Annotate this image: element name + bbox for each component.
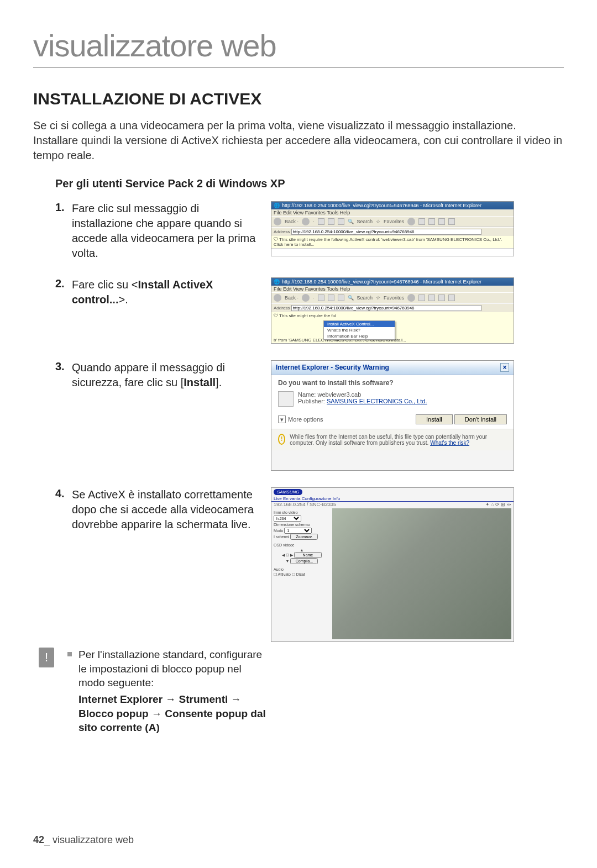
intro-paragraph: Se ci si collega a una videocamera per l… bbox=[33, 118, 564, 163]
back-icon bbox=[274, 218, 281, 225]
step-number: 4. bbox=[55, 487, 72, 500]
ie-menu-bar: File Edit View Favorites Tools Help bbox=[271, 209, 514, 216]
page-footer: 42_ visualizzatore web bbox=[33, 834, 134, 846]
home-icon bbox=[338, 218, 344, 225]
screenshot-security-dialog: Internet Explorer - Security Warning × D… bbox=[271, 360, 514, 471]
live-sidebar: Imm sto video h.264 Dimensione schermo M… bbox=[271, 507, 332, 641]
section-title: INSTALLAZIONE DI ACTIVEX bbox=[33, 90, 564, 108]
mode-select[interactable]: 1 bbox=[284, 528, 312, 534]
ie-address-bar: Address bbox=[271, 227, 514, 236]
fwd-icon bbox=[302, 218, 310, 225]
ie-toolbar: Back · · 🔍Search ☆Favorites bbox=[271, 216, 514, 227]
dialog-question: Do you want to install this software? bbox=[278, 379, 507, 387]
subheading: Per gli utenti Service Pack 2 di Windows… bbox=[55, 177, 564, 190]
step-text: Quando appare il messaggio di sicurezza,… bbox=[72, 360, 271, 390]
software-name: webviewer3.cab bbox=[317, 391, 361, 398]
live-view-menu: Live En vanta Configurazione Info bbox=[271, 496, 514, 502]
note-text: Per l'installazione standard, configurar… bbox=[78, 648, 266, 735]
refresh-icon bbox=[328, 218, 334, 225]
mail-icon bbox=[418, 218, 425, 225]
more-options-toggle[interactable]: ▾ bbox=[278, 415, 286, 423]
video-area bbox=[332, 508, 511, 639]
note-icon: ! bbox=[39, 648, 54, 667]
ie-titlebar: 🌐http://192.168.0.254:10000/live_view.cg… bbox=[271, 202, 514, 209]
close-icon[interactable]: × bbox=[500, 363, 509, 372]
step-1: 1. Fare clic sul messaggio di installazi… bbox=[55, 201, 564, 261]
screenshot-live-view: SAMSUNG Live En vanta Configurazione Inf… bbox=[271, 487, 514, 642]
ie-information-bar[interactable]: 🛡 This site might require the following … bbox=[271, 236, 514, 249]
name-button[interactable]: Name bbox=[294, 552, 322, 558]
menu-infobar-help[interactable]: Information Bar Help bbox=[324, 333, 395, 339]
address-input[interactable] bbox=[291, 229, 481, 235]
warning-icon: ! bbox=[278, 434, 285, 445]
step-number: 1. bbox=[55, 201, 72, 214]
dont-install-button[interactable]: Don't Install bbox=[454, 414, 507, 424]
more-options-label[interactable]: More options bbox=[288, 416, 323, 423]
menu-install-activex[interactable]: Install ActiveX Control... bbox=[324, 321, 395, 327]
note: ! Per l'installazione standard, configur… bbox=[33, 648, 564, 735]
stop-icon bbox=[318, 218, 324, 225]
zoom-button[interactable]: Zoomavv. bbox=[290, 534, 318, 540]
publisher-link[interactable]: SAMSUNG ELECTRONICS Co., Ltd. bbox=[327, 398, 427, 404]
camera-address: 192.168.0.254 / SNC-B2335 bbox=[274, 502, 336, 507]
chapter-title: visualizzatore web bbox=[33, 28, 564, 67]
step-text: Se ActiveX è installato correttamente do… bbox=[72, 487, 271, 532]
step-text: Fare clic su <Install ActiveX control...… bbox=[72, 277, 271, 307]
step-3: 3. Quando appare il messaggio di sicurez… bbox=[55, 360, 564, 471]
screenshot-ie-infobar: 🌐http://192.168.0.254:10000/live_view.cg… bbox=[271, 201, 514, 256]
discuss-icon bbox=[448, 218, 455, 225]
step-2: 2. Fare clic su <Install ActiveX control… bbox=[55, 277, 564, 344]
whats-the-risk-link[interactable]: What's the risk? bbox=[430, 440, 469, 446]
print-icon bbox=[428, 218, 435, 225]
edit-icon bbox=[438, 218, 445, 225]
install-button[interactable]: Install bbox=[416, 414, 453, 424]
menu-whats-the-risk[interactable]: What's the Risk? bbox=[324, 327, 395, 333]
software-icon bbox=[278, 391, 294, 407]
step-4: 4. Se ActiveX è installato correttamente… bbox=[55, 487, 564, 642]
compile-button[interactable]: Compila... bbox=[290, 558, 318, 564]
step-number: 3. bbox=[55, 360, 72, 373]
screenshot-ie-context-menu: 🌐http://192.168.0.254:10000/live_view.cg… bbox=[271, 277, 514, 344]
toolbar-icons: ✦ ⌂ ⟳ ⊞ ⇔ bbox=[485, 502, 511, 507]
codec-select[interactable]: h.264 bbox=[274, 515, 301, 522]
step-number: 2. bbox=[55, 277, 72, 290]
step-text: Fare clic sul messaggio di installazione… bbox=[72, 201, 271, 261]
infobar-context-menu: Install ActiveX Control... What's the Ri… bbox=[323, 320, 395, 340]
dialog-warning: ! While files from the Internet can be u… bbox=[271, 429, 514, 450]
dialog-titlebar: Internet Explorer - Security Warning × bbox=[271, 361, 514, 375]
bullet-icon bbox=[67, 652, 72, 656]
media-icon bbox=[407, 218, 415, 225]
samsung-logo: SAMSUNG bbox=[274, 489, 302, 495]
